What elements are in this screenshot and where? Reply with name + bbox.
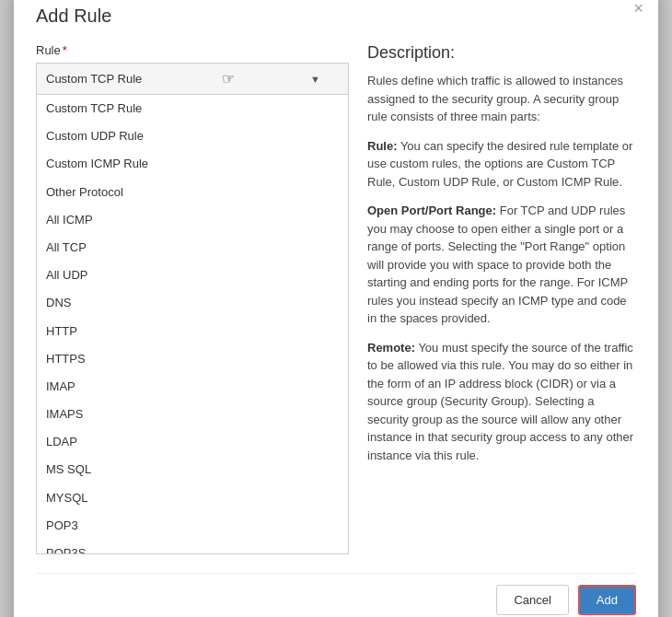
- description-section: Open Port/Port Range: For TCP and UDP ru…: [367, 202, 636, 328]
- dropdown-arrow-icon: ▼: [310, 74, 320, 85]
- list-item[interactable]: HTTP: [37, 318, 348, 345]
- list-item[interactable]: MS SQL: [37, 456, 348, 483]
- list-item[interactable]: IMAP: [37, 373, 348, 401]
- description-sections: Rule: You can specify the desired rule t…: [367, 137, 636, 465]
- modal-footer: Cancel Add: [36, 573, 636, 615]
- rule-field-label: Rule*: [36, 43, 349, 57]
- modal-title: Add Rule: [36, 6, 636, 27]
- list-item[interactable]: Other Protocol: [37, 179, 348, 206]
- list-item[interactable]: Custom ICMP Rule: [37, 150, 348, 178]
- description-section: Remote: You must specify the source of t…: [367, 339, 636, 465]
- required-indicator: *: [63, 43, 67, 57]
- list-item[interactable]: All ICMP: [37, 206, 348, 234]
- list-item[interactable]: Custom UDP Rule: [37, 122, 348, 150]
- list-item[interactable]: DNS: [37, 289, 348, 317]
- list-item[interactable]: IMAPS: [37, 401, 348, 428]
- description-intro: Rules define which traffic is allowed to…: [367, 72, 636, 126]
- modal-body: Rule* Custom TCP Rule ☞ ▼ Custom TCP Rul…: [36, 43, 636, 554]
- rule-select-wrapper: Custom TCP Rule ☞ ▼ Custom TCP RuleCusto…: [36, 63, 349, 554]
- selected-value: Custom TCP Rule: [46, 72, 142, 86]
- list-item[interactable]: MYSQL: [37, 484, 348, 512]
- add-button[interactable]: Add: [578, 585, 636, 615]
- left-panel: Rule* Custom TCP Rule ☞ ▼ Custom TCP Rul…: [36, 43, 349, 554]
- description-section: Rule: You can specify the desired rule t…: [367, 137, 636, 192]
- rule-select[interactable]: Custom TCP Rule ☞ ▼: [36, 63, 349, 94]
- right-panel: Description: Rules define which traffic …: [367, 43, 636, 554]
- dropdown-list: Custom TCP RuleCustom UDP RuleCustom ICM…: [36, 94, 349, 554]
- list-item[interactable]: POP3: [37, 512, 348, 540]
- close-icon[interactable]: ×: [633, 0, 643, 17]
- list-item[interactable]: HTTPS: [37, 345, 348, 373]
- add-rule-modal: × Add Rule Rule* Custom TCP Rule ☞ ▼ Cus…: [14, 0, 658, 617]
- list-item[interactable]: POP3S: [37, 540, 348, 554]
- list-item[interactable]: Custom TCP Rule: [37, 95, 348, 122]
- list-item[interactable]: All UDP: [37, 262, 348, 289]
- list-item[interactable]: All TCP: [37, 234, 348, 262]
- cursor-icon: ☞: [222, 70, 235, 87]
- list-item[interactable]: LDAP: [37, 428, 348, 456]
- description-title: Description:: [367, 43, 636, 63]
- cancel-button[interactable]: Cancel: [496, 585, 568, 615]
